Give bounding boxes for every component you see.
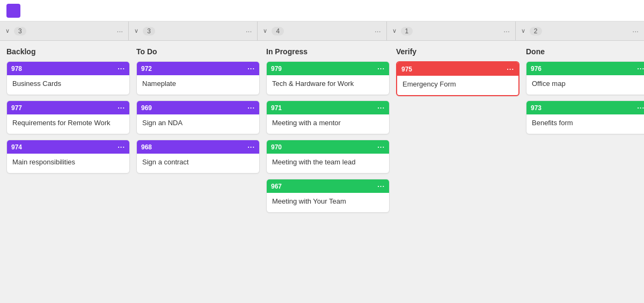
col-count-todo: 3: [143, 27, 155, 35]
card-menu-976[interactable]: ···: [637, 64, 644, 73]
card-header-970: 970 ···: [267, 140, 389, 154]
card-id-976: 976: [531, 65, 541, 73]
col-menu-verify[interactable]: ···: [503, 27, 510, 35]
card-header-978: 978 ···: [7, 62, 129, 75]
col-collapse-verify[interactable]: ∨: [392, 27, 397, 34]
card-id-969: 969: [141, 104, 152, 112]
card[interactable]: 974 ··· Main responsibilities: [6, 140, 130, 174]
cards-done: 976 ··· Office map 973 ··· Benefits form: [526, 61, 644, 134]
card-menu-972[interactable]: ···: [247, 64, 255, 73]
card[interactable]: 971 ··· Meeting with a mentor: [266, 100, 390, 134]
cards-backlog: 978 ··· Business Cards 977 ··· Requireme…: [6, 61, 130, 174]
card-id-974: 974: [11, 143, 22, 151]
card[interactable]: 968 ··· Sign a contract: [136, 140, 260, 174]
card-header-974: 974 ···: [7, 140, 129, 154]
card-id-973: 973: [531, 104, 541, 112]
card-menu-977[interactable]: ···: [118, 104, 125, 112]
col-strip-verify: ∨ 1 ···: [387, 21, 516, 40]
card-id-979: 979: [271, 65, 282, 73]
card-body-973: Benefits form: [526, 114, 644, 134]
card-header-977: 977 ···: [7, 101, 129, 114]
column-title-inprogress: In Progress: [266, 47, 390, 56]
cards-verify: 975 ··· Emergency Form: [396, 61, 519, 96]
card-menu-973[interactable]: ···: [637, 104, 644, 112]
card-body-976: Office map: [526, 75, 644, 95]
column-backlog: Backlog 978 ··· Business Cards 977 ··· R…: [6, 47, 130, 297]
col-collapse-inprogress[interactable]: ∨: [263, 27, 267, 34]
card-header-971: 971 ···: [267, 101, 389, 114]
col-collapse-done[interactable]: ∨: [521, 27, 525, 34]
column-inprogress: In Progress 979 ··· Tech & Hardware for …: [266, 47, 390, 297]
cards-todo: 972 ··· Nameplate 969 ··· Sign an NDA 96…: [136, 61, 260, 174]
column-title-todo: To Do: [136, 47, 260, 56]
col-strip-inprogress: ∨ 4 ···: [258, 21, 386, 40]
card-id-975: 975: [401, 66, 412, 73]
card-body-971: Meeting with a mentor: [267, 114, 389, 134]
card-header-969: 969 ···: [137, 101, 259, 114]
card[interactable]: 975 ··· Emergency Form: [396, 61, 519, 96]
col-count-backlog: 3: [14, 27, 26, 35]
card-header-976: 976 ···: [526, 62, 644, 75]
card[interactable]: 967 ··· Meeting with Your Team: [266, 179, 390, 213]
card-header-968: 968 ···: [137, 140, 259, 154]
card-body-974: Main responsibilities: [7, 154, 129, 173]
card-menu-971[interactable]: ···: [377, 104, 385, 112]
col-menu-todo[interactable]: ···: [246, 27, 252, 35]
card-body-970: Meeting with the team lead: [267, 154, 389, 173]
card-body-968: Sign a contract: [137, 154, 259, 173]
col-menu-done[interactable]: ···: [632, 27, 639, 35]
card-menu-979[interactable]: ···: [377, 64, 385, 73]
card-id-977: 977: [11, 104, 22, 112]
column-done: Done 976 ··· Office map 973 ··· Benefits…: [526, 47, 644, 297]
board-toolbar: ∨ 3 ··· ∨ 3 ··· ∨ 4 ··· ∨ 1 ··· ∨ 2 ···: [0, 21, 644, 41]
card[interactable]: 973 ··· Benefits form: [526, 100, 644, 134]
board: Backlog 978 ··· Business Cards 977 ··· R…: [0, 41, 644, 303]
card[interactable]: 977 ··· Requirements for Remote Work: [6, 100, 130, 134]
card-header-967: 967 ···: [267, 179, 389, 193]
card-body-979: Tech & Hardware for Work: [267, 75, 389, 95]
card-id-978: 978: [11, 65, 22, 73]
card-id-972: 972: [141, 65, 152, 73]
card-header-979: 979 ···: [267, 62, 389, 75]
card-id-968: 968: [141, 143, 152, 151]
card-id-971: 971: [271, 104, 282, 112]
column-verify: Verify 975 ··· Emergency Form: [396, 47, 519, 297]
col-count-inprogress: 4: [272, 27, 284, 35]
card-menu-968[interactable]: ···: [247, 143, 255, 151]
card-menu-967[interactable]: ···: [377, 182, 385, 190]
app-header: [0, 0, 644, 21]
cards-inprogress: 979 ··· Tech & Hardware for Work 971 ···…: [266, 61, 390, 213]
column-title-verify: Verify: [396, 47, 519, 56]
card-menu-969[interactable]: ···: [247, 104, 255, 112]
col-strip-backlog: ∨ 3 ···: [0, 21, 129, 40]
card-header-972: 972 ···: [137, 62, 259, 75]
card-body-978: Business Cards: [7, 75, 129, 95]
card[interactable]: 970 ··· Meeting with the team lead: [266, 140, 390, 174]
card[interactable]: 979 ··· Tech & Hardware for Work: [266, 61, 390, 95]
app-logo: [6, 4, 20, 18]
card[interactable]: 978 ··· Business Cards: [6, 61, 130, 95]
column-title-done: Done: [526, 47, 644, 56]
card-menu-974[interactable]: ···: [118, 143, 125, 151]
card-menu-975[interactable]: ···: [507, 65, 514, 73]
col-strip-todo: ∨ 3 ···: [129, 21, 258, 40]
col-collapse-backlog[interactable]: ∨: [5, 27, 10, 34]
col-collapse-todo[interactable]: ∨: [134, 27, 138, 34]
card-body-977: Requirements for Remote Work: [7, 114, 129, 134]
card-menu-970[interactable]: ···: [377, 143, 385, 151]
card-body-967: Meeting with Your Team: [267, 193, 389, 212]
col-count-verify: 1: [401, 27, 413, 35]
col-menu-inprogress[interactable]: ···: [375, 27, 381, 35]
column-todo: To Do 972 ··· Nameplate 969 ··· Sign an …: [136, 47, 260, 297]
card-id-967: 967: [271, 183, 282, 190]
card[interactable]: 969 ··· Sign an NDA: [136, 100, 260, 134]
card-header-975: 975 ···: [397, 62, 518, 76]
card-id-970: 970: [271, 143, 282, 151]
card[interactable]: 976 ··· Office map: [526, 61, 644, 95]
card-menu-978[interactable]: ···: [118, 64, 125, 73]
column-title-backlog: Backlog: [6, 47, 130, 56]
card-body-975: Emergency Form: [397, 76, 518, 95]
card[interactable]: 972 ··· Nameplate: [136, 61, 260, 95]
col-count-done: 2: [530, 27, 542, 35]
col-menu-backlog[interactable]: ···: [117, 27, 123, 35]
